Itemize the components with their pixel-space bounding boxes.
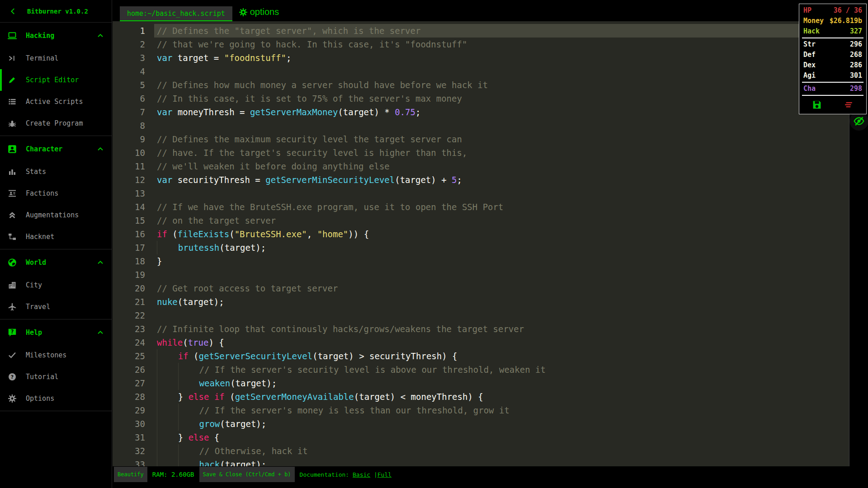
code-line-9[interactable]: 9// Defines the maximum security level t…	[113, 132, 849, 146]
sidebar-item-stats[interactable]: Stats	[0, 161, 112, 183]
sidebar-sections: HackingTerminalScript EditorActive Scrip…	[0, 23, 112, 411]
sidebar-item-milestones[interactable]: Milestones	[0, 344, 112, 366]
sidebar-item-hacknet[interactable]: Hacknet	[0, 226, 112, 248]
code-line-2[interactable]: 2// that we're going to hack. In this ca…	[113, 38, 849, 51]
line-number: 17	[113, 241, 145, 254]
code-token: target =	[172, 51, 224, 65]
sidebar-item-label: Milestones	[26, 351, 66, 359]
sidebar-section-header-help[interactable]: ?Help	[0, 321, 112, 344]
code-line-8[interactable]: 8	[113, 119, 849, 132]
code-token: 0.75	[395, 105, 415, 119]
code-line-18[interactable]: 18}	[113, 254, 849, 268]
bug-icon	[8, 119, 19, 128]
back-button[interactable]	[9, 7, 17, 15]
code-token: "BruteSSH.exe"	[235, 227, 307, 241]
code-token: {	[209, 431, 219, 444]
save-close-button[interactable]: Save & Close (Ctrl/Cmd + b)	[199, 467, 295, 482]
editor-footer: Beautify RAM: 2.60GB Save & Close (Ctrl/…	[114, 466, 392, 483]
code-line-4[interactable]: 4	[113, 65, 849, 78]
sidebar-item-options[interactable]: Options	[0, 388, 112, 409]
sidebar-section-label: Hacking	[26, 32, 96, 40]
laptop-icon	[7, 31, 18, 41]
overview-row-money: Money$26.819b	[799, 16, 866, 26]
code-token: (target);	[220, 458, 266, 466]
code-line-22[interactable]: 22	[113, 309, 849, 322]
sidebar-item-create-program[interactable]: Create Program	[0, 113, 112, 134]
sidebar-item-travel[interactable]: Travel	[0, 296, 112, 318]
code-line-30[interactable]: 30 grow(target);	[113, 417, 849, 431]
line-content: // If the server's security level is abo…	[154, 363, 849, 376]
sidebar-item-terminal[interactable]: Terminal	[0, 47, 112, 69]
sidebar-item-label: Create Program	[26, 119, 83, 127]
sidebar-section-world: WorldCityTravel	[0, 249, 112, 319]
code-line-25[interactable]: 25 if (getServerSecurityLevel(target) > …	[113, 349, 849, 363]
code-line-20[interactable]: 20// Get root access to target server	[113, 282, 849, 295]
sidebar-item-label: Terminal	[26, 54, 58, 62]
kill-scripts-button[interactable]	[843, 99, 854, 110]
stat-value: 301	[850, 70, 862, 81]
line-number: 1	[113, 24, 145, 38]
code-line-1[interactable]: 1// Defines the "target server", which i…	[113, 24, 849, 38]
line-content: nuke(target);	[154, 295, 849, 309]
code-line-11[interactable]: 11// we'll weaken it before doing anythi…	[113, 160, 849, 173]
code-line-5[interactable]: 5// Defines how much money a server shou…	[113, 78, 849, 92]
code-line-23[interactable]: 23// Infinite loop that continously hack…	[113, 322, 849, 336]
documentation-basic-link[interactable]: Basic	[353, 471, 370, 478]
code-line-19[interactable]: 19	[113, 268, 849, 282]
line-content: // Defines the "target server", which is…	[154, 24, 849, 38]
code-line-26[interactable]: 26 // If the server's security level is …	[113, 363, 849, 376]
code-line-12[interactable]: 12var securityThresh = getServerMinSecur…	[113, 173, 849, 187]
code-line-10[interactable]: 10// have. If the target's security leve…	[113, 146, 849, 160]
code-line-28[interactable]: 28 } else if (getServerMoneyAvailable(ta…	[113, 390, 849, 404]
sidebar-item-active-scripts[interactable]: Active Scripts	[0, 91, 112, 113]
code-token: else	[189, 390, 209, 404]
code-line-27[interactable]: 27 weaken(target);	[113, 376, 849, 390]
pencil-icon	[8, 75, 19, 84]
save-game-icon	[811, 99, 822, 110]
code-token: // If the server's money is less than ou…	[199, 404, 509, 417]
beautify-button[interactable]: Beautify	[114, 467, 147, 482]
overview-panel: HP36 / 36Money$26.819bHack327Str296Def26…	[799, 4, 867, 114]
code-line-24[interactable]: 24while(true) {	[113, 336, 849, 349]
save-game-button[interactable]	[811, 99, 822, 110]
line-content: // Otherwise, hack it	[154, 444, 849, 458]
code-token: weaken	[199, 376, 231, 390]
indent-guide	[157, 241, 178, 254]
code-line-15[interactable]: 15// on the target server	[113, 214, 849, 227]
line-content: // have. If the target's security level …	[154, 146, 849, 160]
sidebar-item-augmentations[interactable]: Augmentations	[0, 204, 112, 226]
sidebar-item-city[interactable]: City	[0, 274, 112, 296]
line-content: hack(target);	[154, 458, 849, 466]
sidebar-section-header-character[interactable]: Character	[0, 137, 112, 161]
sidebar-section-header-hacking[interactable]: Hacking	[0, 24, 112, 47]
stat-label: HP	[803, 5, 811, 16]
code-token: "home"	[317, 227, 349, 241]
overview-row-hp: HP36 / 36	[799, 5, 866, 16]
code-line-31[interactable]: 31 } else {	[113, 431, 849, 444]
editor-options-button[interactable]: options	[239, 7, 279, 17]
code-line-17[interactable]: 17 brutessh(target);	[113, 241, 849, 254]
sidebar-item-label: City	[26, 281, 42, 289]
code-line-3[interactable]: 3var target = "foodnstuff";	[113, 51, 849, 65]
code-line-14[interactable]: 14// If we have the BruteSSH.exe program…	[113, 200, 849, 214]
chevron-left-icon	[9, 7, 17, 15]
documentation-full-link[interactable]: Full	[377, 471, 392, 478]
code-line-29[interactable]: 29 // If the server's money is less than…	[113, 404, 849, 417]
code-line-6[interactable]: 6// In this case, it is set to 75% of th…	[113, 92, 849, 105]
sidebar-item-script-editor[interactable]: Script Editor	[0, 69, 112, 91]
sidebar-item-tutorial[interactable]: ?Tutorial	[0, 366, 112, 388]
toggle-overview-button[interactable]	[849, 112, 868, 131]
code-line-21[interactable]: 21nuke(target);	[113, 295, 849, 309]
code-line-13[interactable]: 13	[113, 187, 849, 200]
tab-basic-hack-script[interactable]: home:~/basic_hack.script	[120, 6, 232, 21]
code-line-16[interactable]: 16if (fileExists("BruteSSH.exe", "home")…	[113, 227, 849, 241]
code-line-33[interactable]: 33 hack(target);	[113, 458, 849, 466]
code-line-32[interactable]: 32 // Otherwise, hack it	[113, 444, 849, 458]
code-editor[interactable]: 1// Defines the "target server", which i…	[113, 21, 849, 466]
code-token: "foodnstuff"	[224, 51, 286, 65]
sidebar-section-header-world[interactable]: World	[0, 251, 112, 274]
code-token: nuke	[157, 295, 178, 309]
code-line-7[interactable]: 7var moneyThresh = getServerMaxMoney(tar…	[113, 105, 849, 119]
code-token: (target) < moneyThresh) {	[354, 390, 483, 404]
sidebar-item-factions[interactable]: Factions	[0, 183, 112, 204]
